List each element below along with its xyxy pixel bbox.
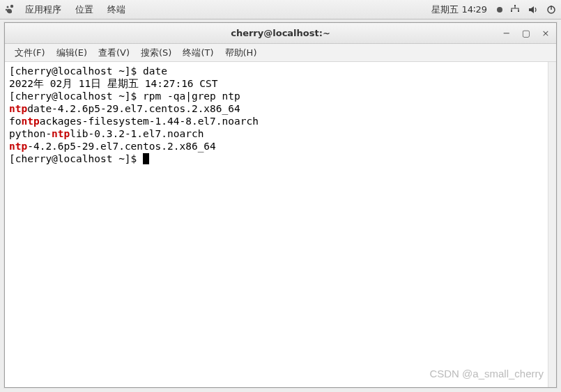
window-titlebar[interactable]: cherry@localhost:~ − ▢ ×	[5, 23, 556, 44]
panel-clock[interactable]: 星期五 14∶29	[431, 3, 487, 16]
panel-applications[interactable]: 应用程序	[18, 1, 68, 19]
svg-rect-4	[511, 10, 512, 12]
svg-rect-5	[518, 10, 519, 12]
output-text: fo	[9, 116, 21, 127]
volume-icon[interactable]	[528, 4, 539, 15]
output-text: python-	[9, 128, 52, 139]
svg-point-1	[7, 6, 9, 8]
output-text: ackages-filesystem-1.44-8.el7.noarch	[40, 116, 259, 127]
term-line-prompt-rpm: [cherry@localhost ~]$ rpm -qa|grep ntp	[9, 90, 552, 102]
terminal-area[interactable]: [cherry@localhost ~]$ date 2022年 02月 11日…	[5, 62, 556, 387]
menu-edit[interactable]: 编辑(E)	[51, 45, 93, 61]
term-line-ntp: ntp-4.2.6p5-29.el7.centos.2.x86_64	[9, 140, 552, 152]
term-line-date-output: 2022年 02月 11日 星期五 14:27:16 CST	[9, 77, 552, 90]
term-line-python-ntplib: python-ntplib-0.3.2-1.el7.noarch	[9, 127, 552, 140]
window-controls: − ▢ ×	[502, 29, 551, 38]
maximize-button[interactable]: ▢	[521, 29, 531, 38]
grep-match: ntp	[52, 128, 70, 139]
output-text: -4.2.6p5-29.el7.centos.2.x86_64	[27, 141, 216, 152]
svg-rect-3	[514, 5, 516, 6]
panel-right: 星期五 14∶29	[431, 3, 557, 16]
menu-search[interactable]: 搜索(S)	[135, 45, 177, 61]
notification-dot-icon[interactable]	[497, 7, 502, 13]
minimize-button[interactable]: −	[502, 29, 512, 38]
menu-file[interactable]: 文件(F)	[9, 45, 51, 61]
menubar: 文件(F) 编辑(E) 查看(V) 搜索(S) 终端(T) 帮助(H)	[5, 44, 556, 62]
menu-help[interactable]: 帮助(H)	[220, 45, 263, 61]
watermark: CSDN @a_small_cherry	[429, 368, 544, 380]
grep-match: ntp	[9, 103, 27, 114]
prompt: [cherry@localhost ~]$	[9, 91, 143, 102]
command-date: date	[143, 65, 167, 77]
cursor-icon	[143, 153, 149, 164]
close-button[interactable]: ×	[541, 29, 551, 38]
menu-view[interactable]: 查看(V)	[93, 45, 135, 61]
terminal-window: cherry@localhost:~ − ▢ × 文件(F) 编辑(E) 查看(…	[4, 22, 557, 388]
panel-left: 应用程序 位置 终端	[4, 1, 132, 19]
term-line-fontpackages: fontpackages-filesystem-1.44-8.el7.noarc…	[9, 115, 552, 127]
gnome-logo-icon	[4, 4, 15, 15]
command-rpm-grep: rpm -qa|grep ntp	[143, 91, 240, 102]
output-text: lib-0.3.2-1.el7.noarch	[70, 128, 203, 139]
term-line-ntpdate: ntpdate-4.2.6p5-29.el7.centos.2.x86_64	[9, 102, 552, 115]
term-line-prompt-date: [cherry@localhost ~]$ date	[9, 65, 552, 77]
panel-terminal-task[interactable]: 终端	[100, 1, 132, 19]
prompt: [cherry@localhost ~]$	[9, 153, 143, 164]
network-icon[interactable]	[509, 4, 521, 15]
system-panel: 应用程序 位置 终端 星期五 14∶29	[0, 0, 561, 19]
menu-terminal[interactable]: 终端(T)	[177, 45, 219, 61]
svg-point-0	[10, 4, 13, 7]
scrollbar[interactable]	[548, 62, 556, 387]
term-line-prompt-idle: [cherry@localhost ~]$	[9, 152, 552, 165]
grep-match: ntp	[21, 116, 39, 127]
panel-places[interactable]: 位置	[68, 1, 100, 19]
power-icon[interactable]	[546, 4, 557, 15]
grep-match: ntp	[9, 141, 27, 152]
window-title: cherry@localhost:~	[231, 28, 330, 38]
output-text: date-4.2.6p5-29.el7.centos.2.x86_64	[27, 103, 240, 114]
prompt: [cherry@localhost ~]$	[9, 65, 143, 77]
